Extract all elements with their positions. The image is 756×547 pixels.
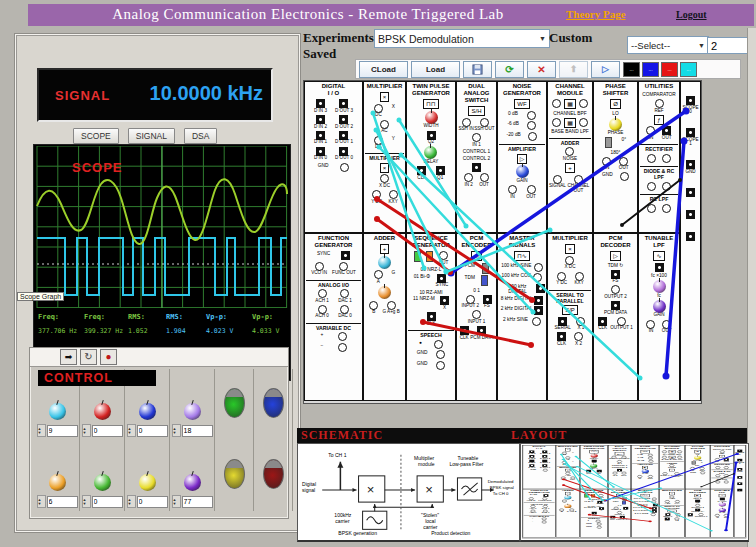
patch-port[interactable] bbox=[647, 154, 656, 163]
patch-port[interactable] bbox=[339, 99, 348, 108]
patch-port[interactable] bbox=[318, 289, 327, 298]
cload-button[interactable]: CLoad bbox=[359, 61, 408, 78]
patch-port[interactable] bbox=[647, 182, 656, 191]
toggle-switch[interactable] bbox=[591, 494, 595, 497]
patch-port[interactable] bbox=[662, 204, 671, 213]
patch-port[interactable] bbox=[434, 340, 443, 349]
patch-port[interactable] bbox=[380, 174, 389, 183]
knob-value-input[interactable] bbox=[92, 425, 123, 437]
theory-page-link[interactable]: Theory Page bbox=[566, 8, 626, 20]
toggle-switch[interactable] bbox=[482, 263, 489, 274]
count-input[interactable] bbox=[707, 37, 749, 54]
patch-port[interactable] bbox=[527, 121, 536, 130]
patch-port[interactable] bbox=[417, 166, 426, 175]
patch-port[interactable] bbox=[341, 251, 350, 260]
control-knob[interactable] bbox=[49, 474, 66, 491]
control-knob[interactable] bbox=[94, 474, 111, 491]
patch-port[interactable] bbox=[651, 513, 656, 516]
panel-knob[interactable] bbox=[564, 504, 571, 508]
patch-port[interactable] bbox=[565, 147, 574, 156]
value-spinner[interactable]: ▲▼ bbox=[82, 495, 91, 508]
patch-port[interactable] bbox=[653, 504, 658, 507]
patch-port[interactable] bbox=[534, 263, 543, 272]
patch-port[interactable] bbox=[737, 489, 742, 492]
knob-value-input[interactable] bbox=[137, 425, 168, 437]
load-button[interactable]: Load bbox=[411, 61, 460, 78]
patch-port[interactable] bbox=[686, 232, 695, 241]
toggle-switch[interactable] bbox=[605, 137, 612, 148]
patch-port[interactable] bbox=[508, 185, 517, 194]
panel-knob[interactable] bbox=[425, 111, 438, 124]
color-swatch-button[interactable]: ... bbox=[623, 62, 640, 77]
patch-port[interactable] bbox=[677, 456, 682, 459]
value-spinner[interactable]: ▲▼ bbox=[172, 424, 181, 437]
toggle-switch[interactable] bbox=[481, 275, 488, 286]
patch-port[interactable] bbox=[389, 190, 398, 199]
toggle-switch[interactable] bbox=[584, 494, 588, 497]
patch-port[interactable] bbox=[534, 296, 543, 305]
knob-value-input[interactable] bbox=[47, 496, 78, 508]
patch-port[interactable] bbox=[686, 160, 695, 169]
panel-knob[interactable] bbox=[609, 118, 622, 131]
patch-port[interactable] bbox=[552, 99, 561, 108]
patch-port[interactable] bbox=[534, 306, 543, 315]
color-swatch-button[interactable]: ... bbox=[642, 62, 659, 77]
patch-port[interactable] bbox=[611, 285, 620, 294]
patch-port[interactable] bbox=[340, 289, 349, 298]
patch-port[interactable] bbox=[574, 332, 583, 341]
patch-port[interactable] bbox=[316, 99, 325, 108]
panel-knob[interactable] bbox=[718, 508, 725, 512]
patch-port[interactable] bbox=[737, 482, 742, 485]
custom-select[interactable]: --Select-- ▼ bbox=[627, 36, 709, 54]
patch-port[interactable] bbox=[436, 361, 445, 370]
control-knob[interactable] bbox=[49, 403, 66, 420]
patch-port[interactable] bbox=[611, 301, 620, 310]
experiment-select[interactable]: BPSK Demodulation ▼ bbox=[374, 29, 550, 48]
panel-knob[interactable] bbox=[564, 496, 571, 500]
patch-port[interactable] bbox=[647, 204, 656, 213]
control-knob[interactable] bbox=[184, 474, 201, 491]
patch-port[interactable] bbox=[477, 326, 486, 335]
patch-port[interactable] bbox=[339, 115, 348, 124]
patch-port[interactable] bbox=[460, 326, 469, 335]
patch-port[interactable] bbox=[686, 128, 695, 137]
control-knob[interactable] bbox=[94, 403, 111, 420]
run-arrow-icon[interactable]: ➡ bbox=[60, 349, 77, 365]
patch-port[interactable] bbox=[686, 96, 695, 105]
value-spinner[interactable]: ▲▼ bbox=[37, 495, 46, 508]
panel-knob[interactable] bbox=[718, 503, 725, 507]
patch-port[interactable] bbox=[464, 173, 473, 182]
patch-port[interactable] bbox=[552, 118, 561, 127]
value-spinner[interactable]: ▲▼ bbox=[127, 495, 136, 508]
patch-port[interactable] bbox=[686, 210, 695, 219]
knob-value-input[interactable] bbox=[182, 496, 213, 508]
patch-port[interactable] bbox=[662, 154, 671, 163]
patch-port[interactable] bbox=[662, 456, 667, 459]
panel-knob[interactable] bbox=[653, 300, 666, 313]
patch-port[interactable] bbox=[541, 521, 546, 524]
patch-port[interactable] bbox=[662, 182, 671, 191]
patch-port[interactable] bbox=[686, 188, 695, 197]
view-button-dsa[interactable]: DSA bbox=[184, 128, 217, 144]
patch-port[interactable] bbox=[579, 118, 588, 127]
patch-port[interactable] bbox=[316, 115, 325, 124]
patch-port[interactable] bbox=[543, 469, 548, 472]
patch-port[interactable] bbox=[439, 251, 448, 260]
patch-port[interactable] bbox=[427, 312, 436, 321]
view-button-signal[interactable]: SIGNAL bbox=[128, 128, 175, 144]
toggle-switch[interactable] bbox=[426, 251, 433, 262]
patch-port[interactable] bbox=[737, 476, 742, 479]
delete-icon[interactable]: ✕ bbox=[527, 61, 556, 78]
patch-port[interactable] bbox=[597, 526, 602, 529]
lock-icon[interactable]: ⬆ bbox=[559, 61, 588, 78]
patch-port[interactable] bbox=[724, 481, 729, 484]
patch-port[interactable] bbox=[472, 163, 481, 172]
panel-knob[interactable] bbox=[641, 470, 648, 474]
control-knob[interactable] bbox=[139, 474, 156, 491]
patch-port[interactable] bbox=[436, 166, 445, 175]
panel-knob[interactable] bbox=[424, 146, 437, 159]
patch-port[interactable] bbox=[533, 273, 542, 282]
patch-port[interactable] bbox=[620, 172, 629, 181]
patch-port[interactable] bbox=[536, 284, 545, 293]
knob-value-input[interactable] bbox=[182, 425, 213, 437]
